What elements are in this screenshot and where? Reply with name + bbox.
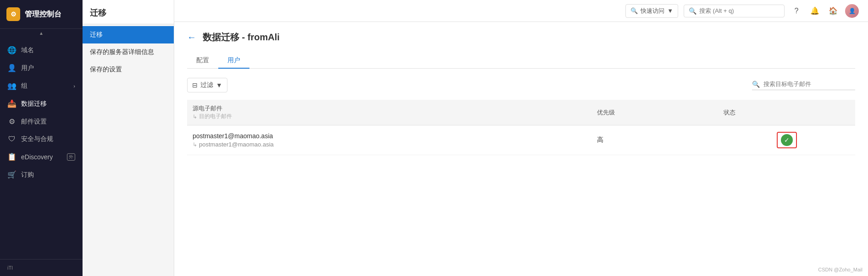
table-row: postmaster1@maomao.asia ↳ postmaster1@ma… — [187, 125, 855, 155]
second-panel-title: 迁移 — [83, 0, 174, 24]
dest-email: ↳ postmaster1@maomao.asia — [193, 141, 586, 148]
sidebar-item-ediscovery[interactable]: 📋 eDiscovery 外 — [0, 148, 83, 166]
second-panel-item-saved-servers[interactable]: 保存的服务器详细信息 — [83, 43, 174, 61]
arrow-icon: ↳ — [193, 114, 197, 120]
second-panel-item-migration[interactable]: 迁移 — [83, 26, 174, 43]
quick-access-button[interactable]: 🔍 快速访问 ▼ — [625, 4, 678, 18]
priority-label: 优先级 — [597, 109, 615, 116]
cell-status: ✓ — [718, 125, 855, 155]
groups-icon: 👥 — [7, 81, 17, 90]
sidebar-item-label: 数据迁移 — [21, 100, 47, 108]
sidebar-item-label: 域名 — [21, 46, 34, 54]
ediscovery-icon: 📋 — [7, 152, 17, 161]
back-button[interactable]: ← — [187, 32, 196, 43]
global-search-input[interactable] — [699, 7, 780, 14]
second-panel-item-saved-settings[interactable]: 保存的设置 — [83, 61, 174, 78]
menu-item-label: 保存的服务器详细信息 — [90, 48, 154, 55]
second-panel: 迁移 迁移 保存的服务器详细信息 保存的设置 — [83, 0, 174, 276]
filter-icon: ⊟ — [192, 81, 198, 89]
col-header-status: 状态 — [718, 100, 855, 125]
priority-value: 高 — [597, 136, 603, 143]
global-search-box[interactable]: 🔍 — [684, 5, 785, 17]
help-button[interactable]: ? — [790, 5, 803, 17]
sidebar-footer: iTl — [0, 259, 83, 276]
shield-icon: 🛡 — [7, 135, 17, 143]
mail-settings-icon: ⚙ — [7, 117, 17, 126]
sidebar-item-mail-settings[interactable]: ⚙ 邮件设置 — [0, 113, 83, 130]
scroll-indicator: ▲ — [0, 29, 83, 38]
chevron-down-icon: ▼ — [667, 7, 673, 14]
sidebar-header: ⚙ 管理控制台 — [0, 0, 83, 29]
chevron-down-icon: ▼ — [216, 81, 222, 89]
sidebar-item-label: 用户 — [21, 64, 34, 72]
sidebar-item-label: eDiscovery — [21, 153, 53, 161]
external-badge: 外 — [67, 153, 75, 161]
sidebar-item-security[interactable]: 🛡 安全与合规 — [0, 130, 83, 148]
dest-arrow-icon: ↳ — [193, 141, 197, 148]
sidebar-nav: 🌐 域名 👤 用户 👥 组 › 📥 数据迁移 ⚙ 邮件设置 🛡 安全与合规 📋 … — [0, 38, 83, 259]
migration-icon: 📥 — [7, 99, 17, 108]
col-dest-label: ↳ 目的电子邮件 — [193, 113, 586, 120]
status-cell: ✓ — [724, 132, 850, 148]
sidebar-item-label: 订购 — [21, 171, 34, 179]
main-content: 🔍 快速访问 ▼ 🔍 ? 🔔 🏠 👤 ← 数据迁移 - fromAli 配置 用… — [174, 0, 868, 276]
page-header: ← 数据迁移 - fromAli — [187, 31, 855, 43]
toolbar: ⊟ 过滤 ▼ 🔍 — [187, 78, 855, 92]
sidebar-item-users[interactable]: 👤 用户 — [0, 59, 83, 77]
sidebar-item-subscription[interactable]: 🛒 订购 — [0, 166, 83, 184]
email-search-box[interactable]: 🔍 — [752, 81, 855, 90]
col-header-source: 源电子邮件 ↳ 目的电子邮件 — [187, 100, 592, 125]
col-source-label: 源电子邮件 — [193, 104, 586, 113]
col-header-priority: 优先级 — [592, 100, 719, 125]
sidebar-item-label: 组 — [21, 82, 28, 90]
footer-text: iTl — [7, 265, 13, 271]
chevron-right-icon: › — [73, 83, 75, 89]
search-icon: 🔍 — [689, 7, 697, 15]
menu-item-label: 迁移 — [90, 31, 103, 38]
tab-users-label: 用户 — [227, 56, 240, 64]
subscription-icon: 🛒 — [7, 170, 17, 179]
app-title: 管理控制台 — [25, 10, 61, 19]
source-email: postmaster1@maomao.asia — [193, 132, 586, 140]
users-icon: 👤 — [7, 64, 17, 72]
sidebar-item-migration[interactable]: 📥 数据迁移 — [0, 95, 83, 113]
filter-label: 过滤 — [200, 81, 213, 89]
second-panel-menu: 迁移 保存的服务器详细信息 保存的设置 — [83, 24, 174, 78]
tab-config[interactable]: 配置 — [187, 53, 218, 68]
status-highlight-box: ✓ — [777, 132, 797, 148]
page-body: ← 数据迁移 - fromAli 配置 用户 ⊟ 过滤 ▼ 🔍 — [174, 22, 868, 276]
app-logo: ⚙ — [6, 7, 20, 21]
filter-button[interactable]: ⊟ 过滤 ▼ — [187, 78, 227, 92]
sidebar-item-label: 安全与合规 — [21, 135, 53, 143]
status-success-icon: ✓ — [781, 134, 793, 146]
notifications-button[interactable]: 🔔 — [808, 5, 821, 17]
domain-icon: 🌐 — [7, 46, 17, 54]
home-button[interactable]: 🏠 — [827, 5, 840, 17]
cell-priority: 高 — [592, 125, 719, 155]
watermark: CSDN @Zoho_Mail — [818, 267, 862, 272]
sidebar: ⚙ 管理控制台 ▲ 🌐 域名 👤 用户 👥 组 › 📥 数据迁移 ⚙ 邮件设置 … — [0, 0, 83, 276]
dest-email-text: postmaster1@maomao.asia — [199, 141, 274, 148]
table-header-row: 源电子邮件 ↳ 目的电子邮件 优先级 状态 — [187, 100, 855, 125]
email-search-input[interactable] — [763, 81, 855, 87]
search-icon: 🔍 — [630, 7, 638, 14]
cell-email: postmaster1@maomao.asia ↳ postmaster1@ma… — [187, 125, 592, 155]
tab-config-label: 配置 — [196, 56, 209, 64]
menu-item-label: 保存的设置 — [90, 65, 122, 73]
status-label: 状态 — [724, 109, 735, 116]
users-table: 源电子邮件 ↳ 目的电子邮件 优先级 状态 post — [187, 100, 855, 155]
quick-access-label: 快速访问 — [641, 7, 664, 15]
page-title: 数据迁移 - fromAli — [203, 31, 280, 43]
tabs-bar: 配置 用户 — [187, 53, 855, 69]
topbar: 🔍 快速访问 ▼ 🔍 ? 🔔 🏠 👤 — [174, 0, 868, 22]
user-avatar[interactable]: 👤 — [845, 4, 859, 18]
tab-users[interactable]: 用户 — [218, 53, 249, 68]
sidebar-item-label: 邮件设置 — [21, 118, 47, 126]
sidebar-item-domain[interactable]: 🌐 域名 — [0, 41, 83, 59]
search-email-icon: 🔍 — [752, 81, 760, 88]
sidebar-item-groups[interactable]: 👥 组 › — [0, 77, 83, 95]
